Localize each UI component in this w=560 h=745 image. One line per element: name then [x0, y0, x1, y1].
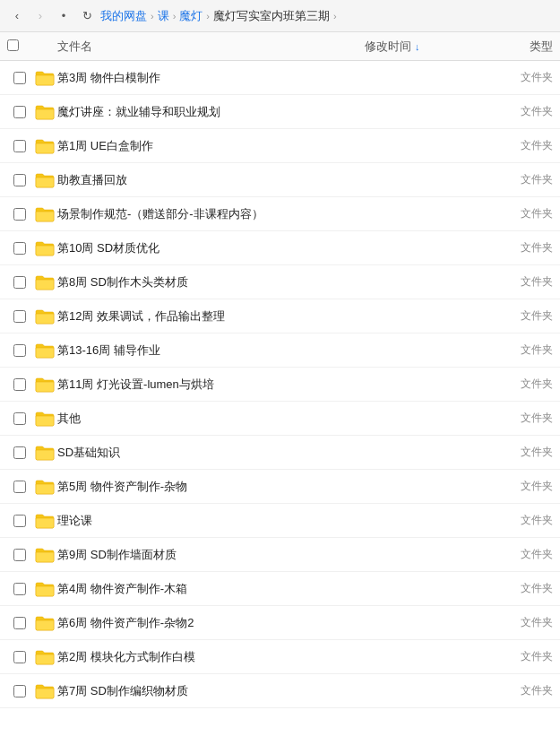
table-row[interactable]: 理论课 文件夹 [0, 504, 560, 538]
folder-icon-11 [32, 445, 57, 461]
table-row[interactable]: 第6周 物件资产制作-杂物2 文件夹 [0, 606, 560, 640]
row-checkbox-input-11[interactable] [13, 446, 26, 459]
breadcrumb: 我的网盘 › 课 › 魔灯 › 魔灯写实室内班第三期 › [100, 8, 337, 24]
row-checkbox-input-15[interactable] [13, 583, 26, 595]
row-checkbox-15[interactable] [7, 583, 32, 595]
breadcrumb-current: 魔灯写实室内班第三期 [213, 8, 330, 24]
row-checkbox-2[interactable] [7, 140, 32, 152]
folder-icon-2 [32, 138, 57, 154]
row-checkbox-input-3[interactable] [13, 174, 26, 186]
file-type-11: 文件夹 [499, 445, 553, 460]
back-button[interactable]: ‹ [7, 6, 27, 26]
select-all-checkbox[interactable] [7, 39, 19, 51]
row-checkbox-18[interactable] [7, 685, 32, 697]
breadcrumb-item-2[interactable]: 魔灯 [179, 8, 202, 24]
header-mtime[interactable]: 修改时间 ↓ [365, 39, 499, 55]
row-checkbox-11[interactable] [7, 446, 32, 459]
table-row[interactable]: 第4周 物件资产制作-木箱 文件夹 [0, 572, 560, 606]
folder-icon-5 [32, 240, 57, 256]
table-row[interactable]: 场景制作规范-（赠送部分-非课程内容） 文件夹 [0, 197, 560, 231]
file-type-2: 文件夹 [499, 138, 553, 153]
file-type-16: 文件夹 [499, 615, 553, 630]
row-checkbox-input-1[interactable] [13, 106, 26, 118]
row-checkbox-input-8[interactable] [13, 344, 26, 357]
table-row[interactable]: 第2周 模块化方式制作白模 文件夹 [0, 640, 560, 674]
row-checkbox-10[interactable] [7, 412, 32, 425]
folder-icon-17 [32, 649, 57, 665]
table-row[interactable]: 其他 文件夹 [0, 402, 560, 436]
row-checkbox-9[interactable] [7, 378, 32, 391]
file-type-4: 文件夹 [499, 206, 553, 221]
file-name-7: 第12周 效果调试，作品输出整理 [57, 308, 365, 325]
table-row[interactable]: 第8周 SD制作木头类材质 文件夹 [0, 265, 560, 299]
dot-button[interactable]: • [54, 6, 73, 26]
folder-icon-16 [32, 615, 57, 631]
row-checkbox-3[interactable] [7, 174, 32, 186]
row-checkbox-7[interactable] [7, 310, 32, 323]
row-checkbox-12[interactable] [7, 481, 32, 493]
breadcrumb-item-0[interactable]: 我的网盘 [100, 8, 147, 24]
folder-icon-0 [32, 70, 57, 86]
file-name-3: 助教直播回放 [57, 172, 365, 188]
row-checkbox-input-5[interactable] [13, 242, 26, 255]
row-checkbox-6[interactable] [7, 276, 32, 289]
file-type-8: 文件夹 [499, 342, 553, 358]
row-checkbox-input-0[interactable] [13, 72, 26, 84]
file-name-12: 第5周 物件资产制作-杂物 [57, 479, 365, 495]
row-checkbox-14[interactable] [7, 549, 32, 561]
folder-icon-7 [32, 308, 57, 325]
table-row[interactable]: 第3周 物件白模制作 文件夹 [0, 61, 560, 95]
table-row[interactable]: 第12周 效果调试，作品输出整理 文件夹 [0, 299, 560, 334]
table-row[interactable]: 第13-16周 辅导作业 文件夹 [0, 334, 560, 368]
file-type-5: 文件夹 [499, 240, 553, 256]
row-checkbox-5[interactable] [7, 242, 32, 255]
table-row[interactable]: 第1周 UE白盒制作 文件夹 [0, 129, 560, 163]
row-checkbox-input-17[interactable] [13, 651, 26, 663]
row-checkbox-4[interactable] [7, 208, 32, 221]
row-checkbox-input-2[interactable] [13, 140, 26, 152]
file-type-0: 文件夹 [499, 70, 553, 85]
row-checkbox-input-13[interactable] [13, 515, 26, 527]
header-type: 类型 [499, 39, 553, 55]
row-checkbox-0[interactable] [7, 72, 32, 84]
file-name-13: 理论课 [57, 513, 365, 529]
row-checkbox-13[interactable] [7, 515, 32, 527]
table-row[interactable]: 第9周 SD制作墙面材质 文件夹 [0, 538, 560, 572]
file-name-16: 第6周 物件资产制作-杂物2 [57, 615, 365, 631]
file-name-8: 第13-16周 辅导作业 [57, 342, 365, 359]
table-row[interactable]: 第11周 灯光设置-lumen与烘培 文件夹 [0, 368, 560, 402]
table-row[interactable]: 助教直播回放 文件夹 [0, 163, 560, 197]
row-checkbox-input-18[interactable] [13, 685, 26, 697]
table-row[interactable]: SD基础知识 文件夹 [0, 436, 560, 470]
row-checkbox-8[interactable] [7, 344, 32, 357]
breadcrumb-item-1[interactable]: 课 [158, 8, 169, 24]
row-checkbox-input-6[interactable] [13, 276, 26, 289]
file-type-6: 文件夹 [499, 274, 553, 290]
breadcrumb-sep-3: › [333, 11, 337, 22]
row-checkbox-16[interactable] [7, 617, 32, 629]
file-name-15: 第4周 物件资产制作-木箱 [57, 581, 365, 597]
row-checkbox-1[interactable] [7, 106, 32, 118]
row-checkbox-input-7[interactable] [13, 310, 26, 323]
reload-button[interactable]: ↻ [77, 6, 97, 26]
row-checkbox-input-9[interactable] [13, 378, 26, 391]
row-checkbox-input-10[interactable] [13, 412, 26, 425]
breadcrumb-sep-0: › [151, 11, 154, 22]
row-checkbox-input-14[interactable] [13, 549, 26, 561]
forward-button[interactable]: › [30, 6, 50, 26]
folder-icon-13 [32, 513, 57, 529]
mtime-label: 修改时间 [365, 39, 411, 55]
table-row[interactable]: 第10周 SD材质优化 文件夹 [0, 231, 560, 265]
row-checkbox-input-12[interactable] [13, 481, 26, 493]
file-name-18: 第7周 SD制作编织物材质 [57, 683, 365, 699]
file-name-9: 第11周 灯光设置-lumen与烘培 [57, 377, 365, 393]
row-checkbox-17[interactable] [7, 651, 32, 663]
table-row[interactable]: 第5周 物件资产制作-杂物 文件夹 [0, 470, 560, 504]
folder-icon-4 [32, 206, 57, 222]
folder-icon-12 [32, 479, 57, 495]
row-checkbox-input-16[interactable] [13, 617, 26, 629]
table-header: 文件名 修改时间 ↓ 类型 [0, 32, 560, 61]
table-row[interactable]: 第7周 SD制作编织物材质 文件夹 [0, 674, 560, 708]
table-row[interactable]: 魔灯讲座：就业辅导和职业规划 文件夹 [0, 95, 560, 129]
row-checkbox-input-4[interactable] [13, 208, 26, 221]
